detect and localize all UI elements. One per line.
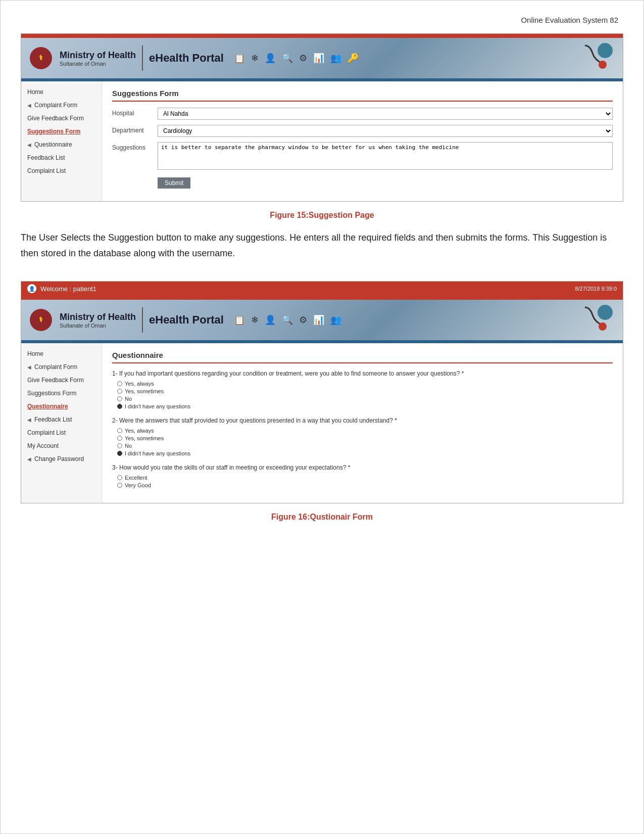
body-text-1: The User Selects the Suggestion button t…	[21, 230, 623, 261]
question-1-text: 1- If you had important questions regard…	[112, 369, 613, 378]
q2-radio-2	[117, 436, 122, 441]
q2-radio-4	[117, 451, 122, 456]
ehealth-title-1: eHealth Portal	[149, 52, 224, 65]
chart-icon-2: 📊	[313, 314, 324, 326]
q1-option-3[interactable]: No	[117, 396, 613, 402]
sidebar2-feedback-list[interactable]: ◀ Feedback List	[21, 413, 102, 426]
svg-point-4	[599, 61, 607, 69]
key-icon: 🔑	[348, 53, 359, 64]
submit-button-1[interactable]: Submit	[158, 177, 190, 189]
sidebar-item-feedback-1[interactable]: Give Feedback Form	[21, 112, 102, 125]
people-icon-2: 👥	[330, 314, 341, 326]
svg-point-3	[598, 43, 613, 58]
question-2-text: 2- Were the answers that staff provided …	[112, 416, 613, 425]
user-icon-welcome: 👤	[27, 284, 36, 293]
portal-header-1: ⚕ Ministry of Health Sultanate of Oman e…	[21, 38, 623, 78]
q2-option-4[interactable]: I didn't have any questions	[117, 450, 613, 456]
q3-option-1[interactable]: Excellent	[117, 475, 613, 481]
settings-icon: ⚙	[299, 53, 307, 64]
logo-area-2: ⚕ Ministry of Health Sultanate of Oman	[29, 308, 136, 332]
sidebar2-change-password[interactable]: ◀ Change Password	[21, 452, 102, 466]
sidebar2-complaint-list[interactable]: Complaint List	[21, 426, 102, 439]
svg-point-8	[599, 322, 607, 331]
q1-radio-4	[117, 404, 122, 409]
q2-option-3[interactable]: No	[117, 443, 613, 449]
department-select[interactable]: Cardiology	[158, 125, 613, 137]
people-icon: 👥	[330, 53, 341, 64]
q2-option-2[interactable]: Yes, sometimes	[117, 435, 613, 441]
hospital-select[interactable]: Al Nahda	[158, 108, 613, 120]
edit-icon-2: 📋	[234, 314, 245, 326]
submit-row: Submit	[112, 175, 613, 189]
q2-option-1[interactable]: Yes, always	[117, 428, 613, 434]
ministry-name-1: Ministry of Health	[60, 50, 136, 61]
sidebar2-questionnaire[interactable]: Questionnaire	[21, 400, 102, 413]
q1-option-4[interactable]: I didn't have any questions	[117, 403, 613, 409]
svg-point-7	[598, 305, 613, 320]
ministry-emblem-1: ⚕	[29, 46, 53, 70]
question-3-options: Excellent Very Good	[112, 475, 613, 488]
figure2-caption: Figure 16:Qustionair Form	[21, 513, 623, 522]
q3-option-2[interactable]: Very Good	[117, 482, 613, 488]
department-row: Department Cardiology	[112, 125, 613, 137]
suggestions-row: Suggestions it is better to separate the…	[112, 142, 613, 170]
portal-icons-1: 📋 ❄ 👤 🔍 ⚙ 📊 👥 🔑	[234, 53, 359, 64]
ministry-name-2: Ministry of Health	[60, 312, 136, 322]
suggestions-textarea[interactable]: it is better to separate the pharmacy wi…	[158, 142, 613, 170]
question-3-text: 3- How would you rate the skills of our …	[112, 464, 613, 472]
sidebar2-home[interactable]: Home	[21, 347, 102, 360]
department-label: Department	[112, 125, 158, 134]
q2-radio-3	[117, 443, 122, 448]
sidebar-1: Home ◀ Complaint Form Give Feedback Form…	[21, 81, 102, 201]
sidebar-item-suggestions-1[interactable]: Suggestions Form	[21, 125, 102, 138]
sidebar2-complaint[interactable]: ◀ Complaint Form	[21, 360, 102, 374]
screenshot-questionnaire: 👤 Welcome : patient1 8/27/2018 9:39:0 ⚕ …	[21, 281, 623, 503]
ehealth-title-2: eHealth Portal	[149, 313, 224, 327]
portal-divider-2	[142, 307, 143, 333]
q1-radio-3	[117, 396, 122, 401]
figure1-caption: Figure 15:Suggestion Page	[21, 211, 623, 220]
sidebar-item-home-1[interactable]: Home	[21, 85, 102, 99]
red-top-bar	[21, 34, 623, 38]
hospital-label: Hospital	[112, 108, 158, 117]
question-2-options: Yes, always Yes, sometimes No I didn't h…	[112, 428, 613, 456]
portal-title-area-1: Ministry of Health Sultanate of Oman	[60, 50, 136, 67]
sultanate-name-2: Sultanate of Oman	[60, 322, 136, 329]
person-icon: 👤	[265, 53, 276, 64]
timestamp: 8/27/2018 9:39:0	[575, 286, 617, 292]
svg-text:⚕: ⚕	[39, 315, 43, 323]
sidebar2-give-feedback[interactable]: Give Feedback Form	[21, 374, 102, 387]
sidebar-item-complaint-1[interactable]: ◀ Complaint Form	[21, 99, 102, 112]
edit-icon: 📋	[234, 53, 245, 64]
page-header: Online Evaluation System 82	[21, 16, 623, 24]
screenshot-suggestions: ⚕ Ministry of Health Sultanate of Oman e…	[21, 33, 623, 202]
question-1-block: 1- If you had important questions regard…	[112, 369, 613, 409]
ministry-emblem-2: ⚕	[29, 308, 53, 332]
questionnaire-title: Questionnaire	[112, 351, 613, 363]
logo-area-1: ⚕ Ministry of Health Sultanate of Oman	[29, 46, 136, 70]
sidebar2-my-account[interactable]: My Account	[21, 439, 102, 452]
search-icon: 🔍	[282, 53, 293, 64]
sidebar-item-feedbacklist-1[interactable]: Feedback List	[21, 151, 102, 164]
chart-icon: 📊	[313, 53, 324, 64]
sidebar-item-complaintlist-1[interactable]: Complaint List	[21, 164, 102, 177]
stethoscope-icon-1	[575, 40, 615, 78]
search-icon-2: 🔍	[282, 314, 293, 326]
portal-divider-1	[142, 45, 143, 71]
q1-option-2[interactable]: Yes, sometimes	[117, 388, 613, 394]
sidebar2-suggestions[interactable]: Suggestions Form	[21, 387, 102, 400]
snowflake-icon: ❄	[251, 53, 259, 64]
question-1-options: Yes, always Yes, sometimes No I didn't h…	[112, 381, 613, 409]
q1-option-1[interactable]: Yes, always	[117, 381, 613, 387]
portal-icons-2: 📋 ❄ 👤 🔍 ⚙ 📊 👥	[234, 314, 341, 326]
stethoscope-icon-2	[575, 302, 615, 340]
snowflake-icon-2: ❄	[251, 314, 259, 326]
questionnaire-content: Questionnaire 1- If you had important qu…	[102, 343, 623, 502]
question-2-block: 2- Were the answers that staff provided …	[112, 416, 613, 456]
welcome-text: Welcome : patient1	[40, 285, 96, 293]
svg-text:⚕: ⚕	[39, 54, 43, 62]
sidebar-item-questionnaire-1[interactable]: ◀ Questionnaire	[21, 138, 102, 151]
portal-header-2: ⚕ Ministry of Health Sultanate of Oman e…	[21, 300, 623, 340]
question-3-block: 3- How would you rate the skills of our …	[112, 464, 613, 488]
q2-radio-1	[117, 428, 122, 433]
